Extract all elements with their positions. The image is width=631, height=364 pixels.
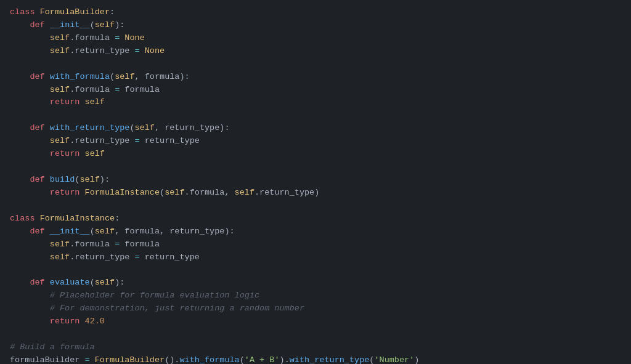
code-line-17: class FormulaInstance: (10, 212, 621, 225)
code-line-20: self.return_type = return_type (10, 251, 621, 264)
code-line-27: # Build a formula (10, 341, 621, 354)
code-line-25: return 42.0 (10, 315, 621, 328)
code-line-1: class FormulaBuilder: (10, 6, 621, 19)
code-line-14: def build(self): (10, 174, 621, 187)
code-line-15: return FormulaInstance(self.formula, sel… (10, 187, 621, 200)
code-line-8: return self (10, 96, 621, 109)
code-line-4: self.return_type = None (10, 45, 621, 58)
code-line-13 (10, 161, 621, 174)
code-line-10: def with_return_type(self, return_type): (10, 122, 621, 135)
code-line-9 (10, 109, 621, 122)
code-line-23: # Placeholder for formula evaluation log… (10, 289, 621, 302)
code-line-5 (10, 58, 621, 71)
code-line-22: def evaluate(self): (10, 277, 621, 289)
code-line-12: return self (10, 148, 621, 161)
code-line-24: # For demonstration, just returning a ra… (10, 302, 621, 315)
code-line-21 (10, 264, 621, 277)
code-line-16 (10, 200, 621, 212)
code-line-3: self.formula = None (10, 32, 621, 45)
code-line-19: self.formula = formula (10, 238, 621, 251)
code-line-26 (10, 328, 621, 341)
code-line-11: self.return_type = return_type (10, 135, 621, 148)
code-line-7: self.formula = formula (10, 84, 621, 97)
code-line-18: def __init__(self, formula, return_type)… (10, 225, 621, 238)
code-editor: class FormulaBuilder: def __init__(self)… (0, 0, 631, 364)
code-line-2: def __init__(self): (10, 19, 621, 32)
code-line-28: formulaBuilder = FormulaBuilder().with_f… (10, 354, 621, 364)
code-line-6: def with_formula(self, formula): (10, 71, 621, 84)
